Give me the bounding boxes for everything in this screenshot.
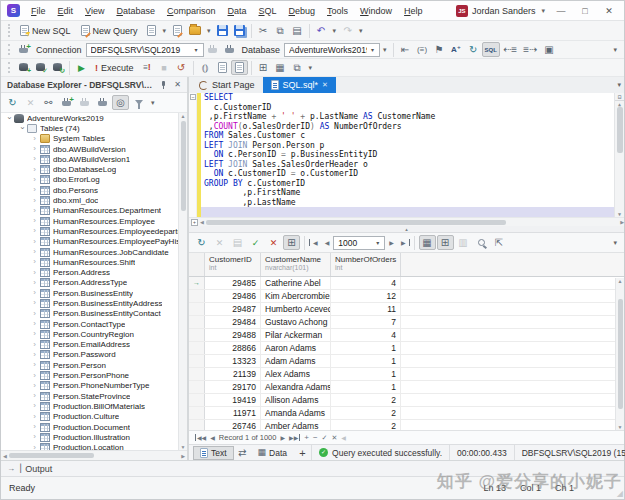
grid-row[interactable]: 29487Humberto Acevedo11 bbox=[189, 303, 624, 316]
expand-icon[interactable]: › bbox=[30, 227, 39, 235]
grid-cell[interactable]: 2 bbox=[331, 407, 401, 419]
tree-item[interactable]: ›HumanResources.Employee bbox=[1, 216, 187, 226]
reconnect-button[interactable] bbox=[221, 42, 238, 57]
toolbar-grip[interactable] bbox=[8, 24, 12, 37]
tab-close-icon[interactable]: ✕ bbox=[322, 81, 328, 89]
scroll-right-icon[interactable]: ▶ bbox=[181, 453, 185, 459]
tab-start-page[interactable]: Start Page bbox=[191, 77, 263, 93]
row-header[interactable] bbox=[189, 316, 205, 328]
grid-cell[interactable]: 7 bbox=[331, 316, 401, 328]
expand-icon[interactable]: › bbox=[30, 423, 39, 431]
grid-cell[interactable]: 21139 bbox=[205, 368, 261, 380]
expand-icon[interactable]: › bbox=[30, 279, 39, 287]
expand-icon[interactable]: › bbox=[30, 402, 39, 410]
expand-icon[interactable]: › bbox=[30, 258, 39, 266]
menu-item-sql[interactable]: SQL bbox=[253, 4, 281, 18]
tab-overflow-caret-icon[interactable]: ▾ bbox=[614, 81, 624, 89]
disconnect-button[interactable] bbox=[204, 42, 221, 57]
explorer-properties-button[interactable]: ⚯ bbox=[40, 95, 57, 110]
expand-icon[interactable]: › bbox=[30, 444, 39, 450]
menu-item-help[interactable]: Help bbox=[399, 4, 428, 18]
results-export-button[interactable]: ▤ bbox=[229, 235, 246, 250]
expand-icon[interactable]: › bbox=[30, 310, 39, 318]
grid-row[interactable]: 19419Allison Adams2 bbox=[189, 394, 624, 407]
menu-item-edit[interactable]: Edit bbox=[53, 4, 79, 18]
pagination-mode-button[interactable]: ⊞ bbox=[283, 235, 300, 250]
previous-record-icon[interactable]: ◀ bbox=[210, 434, 215, 441]
expand-icon[interactable]: › bbox=[30, 351, 39, 359]
code-line[interactable]: SELECT bbox=[204, 93, 614, 103]
execute-button[interactable]: !Execute bbox=[90, 61, 139, 75]
commit-button[interactable]: ✓ bbox=[247, 235, 264, 250]
grid-cell[interactable]: 19419 bbox=[205, 394, 261, 406]
save-all-button[interactable] bbox=[231, 23, 248, 38]
previous-page-icon[interactable]: ◀ bbox=[322, 239, 333, 246]
user-name[interactable]: Jordan Sanders bbox=[472, 6, 536, 16]
grid-cell[interactable]: Gustavo Achong bbox=[261, 316, 331, 328]
previous-query-button[interactable] bbox=[214, 60, 231, 75]
resize-grip-icon[interactable]: ◢ bbox=[617, 489, 623, 498]
tree-item[interactable]: ›Person.ContactType bbox=[1, 319, 187, 329]
results-toolbar-caret-icon[interactable]: ▾ bbox=[610, 239, 620, 247]
tree-item[interactable]: ›Person.BusinessEntityAddress bbox=[1, 298, 187, 308]
explorer-refresh-button[interactable]: ↻ bbox=[4, 95, 21, 110]
grid-cell[interactable]: 2 bbox=[331, 420, 401, 430]
redo-caret-icon[interactable]: ▾ bbox=[356, 27, 366, 35]
grid-cell[interactable]: 29484 bbox=[205, 316, 261, 328]
tree-item[interactable]: ›Person.BusinessEntity bbox=[1, 288, 187, 298]
execute-settings-button[interactable]: ≡! bbox=[139, 60, 156, 75]
data-view-tab[interactable]: ▦ Data bbox=[251, 446, 294, 460]
tree-item[interactable]: ›Person.PhoneNumberType bbox=[1, 381, 187, 391]
last-record-icon[interactable]: ▶▶ bbox=[289, 434, 300, 441]
results-refresh-button[interactable]: ↻ bbox=[193, 235, 210, 250]
expand-icon[interactable]: › bbox=[30, 433, 39, 441]
menu-item-debug[interactable]: Debug bbox=[284, 4, 321, 18]
expand-icon[interactable]: › bbox=[30, 372, 39, 380]
delete-record-icon[interactable]: − bbox=[313, 433, 318, 442]
tree-item[interactable]: ›Person.Password bbox=[1, 350, 187, 360]
menu-item-data[interactable]: Data bbox=[222, 4, 251, 18]
scrollbar-thumb[interactable] bbox=[9, 453, 94, 458]
rollback-button[interactable]: ✕ bbox=[265, 235, 282, 250]
expand-icon[interactable]: › bbox=[30, 207, 39, 215]
menu-item-file[interactable]: File bbox=[26, 4, 51, 18]
next-query-button[interactable] bbox=[231, 60, 248, 75]
results-stop-button[interactable]: ✕ bbox=[211, 235, 228, 250]
grid-row[interactable]: 29486Kim Abercrombie12 bbox=[189, 290, 624, 303]
refresh-code-button[interactable]: ↻ bbox=[465, 42, 482, 57]
tree-item[interactable]: ›Tables (74) bbox=[1, 123, 187, 133]
copy-button[interactable]: ⧉ bbox=[272, 23, 289, 38]
tree-item[interactable]: ›HumanResources.Employeedepartme bbox=[1, 226, 187, 236]
new-connection-button[interactable]: + bbox=[15, 42, 32, 57]
grid-vertical-scrollbar[interactable]: ▲ ▼ bbox=[615, 278, 624, 430]
refresh-record-icon[interactable]: ◀ bbox=[341, 434, 346, 441]
tree-item[interactable]: ›Person.CountryRegion bbox=[1, 329, 187, 339]
comment-button[interactable]: ⇤ bbox=[397, 42, 414, 57]
expand-icon[interactable]: › bbox=[30, 330, 39, 338]
expand-icon[interactable]: › bbox=[30, 382, 39, 390]
grid-row[interactable]: 29170Alexandra Adams1 bbox=[189, 381, 624, 394]
menu-item-comparison[interactable]: Comparison bbox=[162, 4, 221, 18]
code-line[interactable]: ON c.CustomerID = o.CustomerID bbox=[204, 169, 614, 179]
explorer-reconnect-button[interactable] bbox=[94, 95, 111, 110]
explorer-sync-button[interactable]: ◎ bbox=[112, 95, 129, 110]
first-record-icon[interactable]: ◀◀ bbox=[195, 434, 206, 441]
tree-item[interactable]: ›dbo.xml_doc bbox=[1, 195, 187, 205]
scroll-right-icon[interactable]: ▶ bbox=[620, 219, 624, 225]
database-new-button[interactable]: + bbox=[15, 60, 32, 75]
scroll-left-icon[interactable]: ◀ bbox=[3, 453, 7, 459]
text-view-tab[interactable]: Text bbox=[193, 446, 234, 460]
toolbar-grip[interactable] bbox=[8, 44, 12, 56]
grid-cell[interactable]: Amber Adams bbox=[261, 420, 331, 430]
code-line[interactable]: ,p.FirstName bbox=[204, 188, 614, 198]
row-header[interactable] bbox=[189, 355, 205, 367]
layout-button[interactable]: ⊞ bbox=[255, 60, 272, 75]
tree-item[interactable]: ›Person.StateProvince bbox=[1, 391, 187, 401]
tree-item[interactable]: ›Person.BusinessEntityContact bbox=[1, 309, 187, 319]
expand-icon[interactable]: › bbox=[30, 361, 39, 369]
expand-icon[interactable]: › bbox=[30, 135, 39, 143]
expand-icon[interactable]: › bbox=[30, 413, 39, 421]
new-document-button[interactable] bbox=[143, 23, 160, 38]
code-area[interactable]: SELECT c.CustomerID ,p.FirstName + ' ' +… bbox=[201, 93, 614, 217]
row-header[interactable] bbox=[189, 342, 205, 354]
